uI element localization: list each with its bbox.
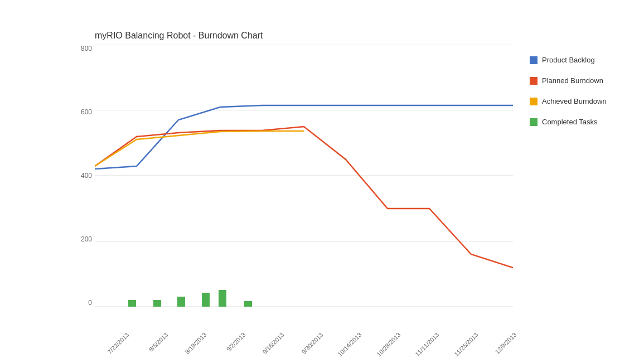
x-label-3: 9/2/2013 bbox=[220, 331, 246, 357]
x-label-2: 8/19/2013 bbox=[181, 331, 207, 357]
legend-item-completed-tasks: Completed Tasks bbox=[530, 118, 607, 126]
legend-color-planned-burndown bbox=[530, 77, 538, 85]
legend-label-achieved-burndown: Achieved Burndown bbox=[542, 97, 607, 105]
legend-color-product-backlog bbox=[530, 56, 538, 64]
y-label-800: 800 bbox=[72, 45, 92, 52]
y-label-200: 200 bbox=[72, 235, 92, 243]
y-axis-labels: 800 600 400 200 0 bbox=[72, 45, 92, 307]
svg-rect-5 bbox=[128, 300, 136, 307]
legend-item-planned-burndown: Planned Burndown bbox=[530, 76, 607, 85]
legend-color-achieved-burndown bbox=[530, 98, 538, 105]
legend-item-product-backlog: Product Backlog bbox=[530, 56, 607, 64]
x-label-1: 8/5/2013 bbox=[143, 331, 169, 357]
chart-title: myRIO Balancing Robot - Burndown Chart bbox=[95, 31, 263, 41]
chart-svg bbox=[95, 45, 513, 307]
svg-rect-7 bbox=[177, 297, 185, 307]
chart-container: myRIO Balancing Robot - Burndown Chart 8… bbox=[0, 0, 644, 363]
x-label-5: 9/30/2013 bbox=[298, 331, 324, 357]
x-axis-labels: 7/22/2013 8/5/2013 8/19/2013 9/2/2013 9/… bbox=[95, 331, 513, 338]
legend-item-achieved-burndown: Achieved Burndown bbox=[530, 97, 607, 105]
y-label-0: 0 bbox=[72, 299, 92, 307]
x-label-7: 10/28/2013 bbox=[375, 331, 401, 357]
svg-rect-10 bbox=[244, 301, 252, 307]
legend-label-product-backlog: Product Backlog bbox=[542, 56, 595, 64]
legend-label-completed-tasks: Completed Tasks bbox=[542, 118, 597, 126]
x-label-9: 11/25/2013 bbox=[453, 331, 479, 357]
y-label-600: 600 bbox=[72, 108, 92, 116]
x-label-0: 7/22/2013 bbox=[104, 331, 130, 357]
y-label-400: 400 bbox=[72, 172, 92, 180]
x-label-10: 12/9/2013 bbox=[491, 331, 517, 357]
svg-rect-9 bbox=[219, 290, 226, 307]
legend-label-planned-burndown: Planned Burndown bbox=[542, 76, 603, 85]
x-label-8: 11/11/2013 bbox=[414, 331, 440, 357]
legend-color-completed-tasks bbox=[530, 118, 538, 126]
svg-rect-8 bbox=[202, 293, 210, 307]
legend: Product Backlog Planned Burndown Achieve… bbox=[530, 56, 607, 126]
x-label-6: 10/14/2013 bbox=[336, 331, 362, 357]
svg-rect-6 bbox=[153, 300, 161, 307]
x-label-4: 9/16/2013 bbox=[259, 331, 285, 357]
